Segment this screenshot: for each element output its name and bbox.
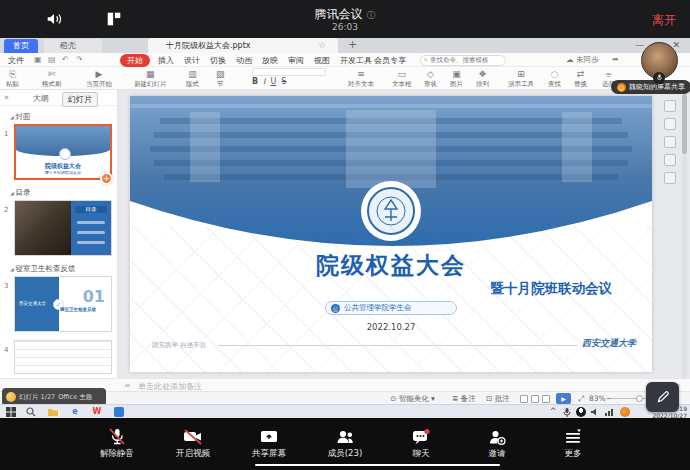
slide-thumbnail-3[interactable]: 西安交通大学 01 ✓ 寝室卫生检查反馈 — [14, 276, 112, 332]
format-painter-button[interactable]: ✄ 格式刷 — [42, 69, 62, 88]
arrange-button[interactable]: ❖ 排列 — [476, 69, 489, 88]
redo-icon[interactable]: ↷ — [76, 55, 83, 64]
favorite-star-icon[interactable]: ☆ — [318, 40, 326, 50]
invite-button[interactable]: 邀请 — [471, 428, 523, 460]
slide-thumbnail-1[interactable]: 院级权益大会 暨十月院班联动会议 — [14, 124, 112, 180]
reading-view-button[interactable] — [542, 395, 550, 403]
help-tool-icon[interactable] — [664, 172, 676, 184]
align-text-button[interactable]: ≡ 对齐文本 — [348, 69, 374, 88]
slide-subtitle-textbox[interactable]: 暨十月院班联动会议 — [360, 280, 612, 298]
picture-button[interactable]: ▣ 图片 — [450, 69, 463, 88]
tray-app-icon[interactable] — [620, 407, 630, 417]
menu-tab-member[interactable]: 会员专享 — [374, 55, 406, 66]
annotation-pen-button[interactable] — [646, 382, 679, 412]
taskbar-search-icon[interactable] — [26, 407, 36, 417]
collapse-panel-button[interactable]: « — [4, 93, 9, 102]
zoom-percentage[interactable]: 83% — [589, 394, 606, 403]
save-icon[interactable]: ▣ — [34, 55, 42, 64]
wps-app-icon[interactable]: W — [92, 407, 102, 417]
slide-thumbnail-4[interactable] — [14, 340, 112, 374]
status-comments-button[interactable]: ⊡ 批注 — [486, 394, 510, 404]
new-tab-button[interactable]: + — [348, 38, 357, 51]
tray-mic-icon[interactable] — [562, 407, 572, 417]
slide-drag-handle[interactable]: + — [100, 172, 113, 185]
replace-button[interactable]: ⇄ 替换 — [574, 69, 587, 88]
slide-title-textbox[interactable]: 院级权益大会 — [130, 250, 652, 281]
slide-org-badge[interactable]: 公 公共管理学院学生会 — [325, 301, 457, 315]
zoom-slider-knob[interactable] — [636, 395, 643, 402]
slide-date-textbox[interactable]: 2022.10.27 — [130, 322, 652, 332]
print-icon[interactable]: ▤ — [48, 55, 56, 64]
font-name-box[interactable] — [252, 68, 326, 76]
menu-file[interactable]: 文件 — [8, 55, 24, 66]
unmute-button[interactable]: 解除静音 — [91, 428, 143, 460]
start-video-button[interactable]: 开启视频 — [167, 428, 219, 460]
undo-icon[interactable]: ↶ — [62, 55, 69, 64]
more-button[interactable]: 更多 — [547, 428, 599, 460]
slide-thumbnail-2[interactable]: 目录 — [14, 200, 112, 256]
design-tool-icon[interactable] — [664, 136, 676, 148]
menu-tab-slideshow[interactable]: 放映 — [262, 55, 278, 66]
animation-tool-icon[interactable] — [664, 118, 676, 130]
status-notes-button[interactable]: ≣ 备注 — [452, 394, 476, 404]
tray-network-icon[interactable] — [604, 407, 614, 417]
slide-canvas[interactable]: 院级权益大会 暨十月院班联动会议 公 公共管理学院学生会 2022.10.27 … — [130, 96, 652, 372]
command-search-box[interactable] — [420, 55, 506, 66]
tab-slides[interactable]: 幻灯片 — [62, 92, 98, 107]
comment-tool-icon[interactable] — [664, 154, 676, 166]
search-input[interactable] — [430, 56, 502, 64]
tab-docer[interactable]: 稻壳 — [44, 39, 102, 53]
tab-document[interactable]: 十月院级权益大会.pptx — [148, 38, 338, 53]
section-label-toc[interactable]: 目录 — [10, 188, 30, 198]
menu-tab-animation[interactable]: 动画 — [236, 55, 252, 66]
qq-tray-icon[interactable] — [576, 407, 586, 417]
minimize-button[interactable]: — — [635, 40, 644, 50]
play-from-current-button[interactable]: ▶ 当页开始 — [86, 69, 112, 88]
menu-tab-design[interactable]: 设计 — [184, 55, 200, 66]
emoji-reaction-icon[interactable] — [6, 392, 16, 402]
menu-tab-transition[interactable]: 切换 — [210, 55, 226, 66]
tray-speaker-icon[interactable] — [590, 407, 600, 417]
cloud-sync-status[interactable]: ☁ 未同步 — [566, 55, 598, 65]
paste-button[interactable]: ⎘ 粘贴 — [6, 69, 19, 88]
menu-tab-home[interactable]: 开始 — [120, 54, 150, 67]
screen-share-banner[interactable]: ☺ 魏晓知的屏幕共享 — [611, 80, 690, 94]
strikethrough-button[interactable]: S — [281, 77, 286, 86]
scrollbar-thumb[interactable] — [682, 94, 687, 154]
share-icon[interactable]: ➦ — [612, 55, 619, 64]
info-icon[interactable]: ⓘ — [366, 10, 375, 20]
smart-beautify-button[interactable]: ⊙ 智能美化 ▾ — [390, 394, 435, 404]
menu-tab-review[interactable]: 审阅 — [288, 55, 304, 66]
share-screen-button[interactable]: 共享屏幕 — [243, 428, 295, 460]
find-button[interactable]: ◌ 查找 — [548, 69, 561, 88]
layout-button[interactable]: ▥ 版式 — [186, 69, 199, 88]
textbox-button[interactable]: ▭ 文本框 — [392, 69, 412, 88]
chat-button[interactable]: 聊天 — [395, 428, 447, 460]
italic-button[interactable]: I — [263, 77, 265, 86]
tab-wps-home[interactable]: 首页 — [4, 39, 38, 53]
leave-button[interactable]: 离开 — [652, 12, 676, 29]
underline-button[interactable]: U — [270, 77, 276, 86]
shape-button[interactable]: ◇ 形状 — [424, 69, 437, 88]
section-label-cover[interactable]: 封面 — [10, 112, 30, 122]
section-button[interactable]: ▧ 节 — [216, 69, 225, 88]
file-explorer-icon[interactable] — [48, 407, 58, 417]
tray-chevron-icon[interactable]: ^ — [548, 407, 558, 417]
slideshow-play-button[interactable]: ▶ — [556, 393, 571, 404]
fit-zoom-icon[interactable]: ⤢ — [578, 394, 584, 404]
members-button[interactable]: 成员(23) — [319, 428, 371, 460]
normal-view-button[interactable] — [520, 395, 528, 403]
presentation-tools-button[interactable]: ⊞ 演示工具 — [508, 69, 534, 88]
start-button-icon[interactable] — [6, 407, 16, 417]
new-slide-button[interactable]: ▦ 新建幻灯片 — [134, 69, 167, 88]
menu-tab-insert[interactable]: 插入 — [158, 55, 174, 66]
bold-button[interactable]: B — [252, 77, 258, 86]
properties-tool-icon[interactable] — [664, 100, 676, 112]
tab-outline[interactable]: 大纲 — [28, 92, 54, 105]
section-label-dorm[interactable]: 寝室卫生检查反馈 — [10, 264, 75, 274]
menu-tab-view[interactable]: 视图 — [314, 55, 330, 66]
browser-icon[interactable]: e — [70, 407, 80, 417]
menu-tab-devtools[interactable]: 开发工具 — [340, 55, 372, 66]
sorter-view-button[interactable] — [531, 395, 539, 403]
meeting-app-icon[interactable] — [114, 407, 124, 417]
